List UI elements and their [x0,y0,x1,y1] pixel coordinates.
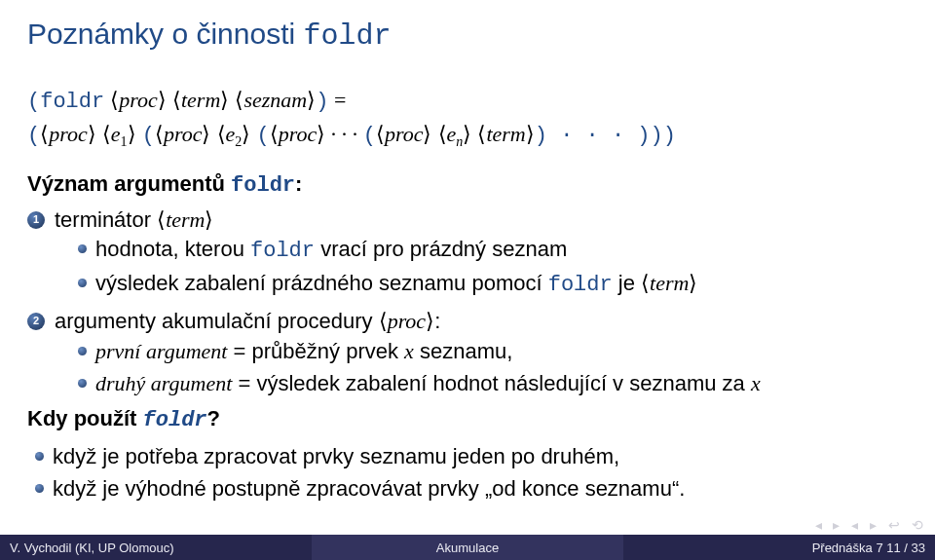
b1-pre: hodnota, kterou [95,237,250,261]
bullet-icon [78,279,87,287]
b1-x: x [404,339,414,363]
b1-code: foldr [250,239,315,263]
slide-title: Poznámky o činnosti foldr [27,18,908,53]
item2-pre: argumenty akumulační procedury [55,309,379,333]
rparens-tail: ) · · · ))) [535,124,676,148]
angle-r: ⟩ [158,88,167,112]
lparen: ( [27,124,40,148]
angle-r: ⟩ [423,122,431,146]
angle-r: ⟩ [128,122,136,146]
lparen: ( [363,124,376,148]
sub-list-1: hodnota, kterou foldr vrací pro prázdný … [55,235,908,301]
number-ball-1: 1 [27,211,45,229]
lparen: ( [27,90,40,114]
angle-l: ⟨ [40,122,49,146]
when-b2: když je výhodné postupně zpracovávat prv… [53,476,685,501]
equals: = [328,88,346,112]
angle-r: ⟩ [426,309,434,333]
bullet-item: první argument = průběžný prvek x seznam… [78,337,908,367]
angle-l: ⟨ [110,88,119,112]
proc-var: proc [385,122,424,146]
b2-term: term [650,271,689,295]
bullet-icon [78,347,87,355]
b2-mid: je [613,271,641,295]
b2-post: = výsledek zabalení hodnot následující v… [232,371,751,395]
sub-list-2: první argument = průběžný prvek x seznam… [55,337,908,399]
proc-var: proc [119,88,158,112]
when-list: když je potřeba zpracovat prvky seznamu … [27,442,908,504]
angle-l: ⟨ [155,122,164,146]
angle-r: ⟩ [689,271,697,295]
angle-l: ⟨ [102,122,111,146]
seznam-var: seznam [243,88,307,112]
section-meaning-head: Význam argumentů foldr: [27,169,908,202]
lparen: ( [256,124,269,148]
b2-code: foldr [548,273,613,297]
term-var: term [181,88,220,112]
colon: : [434,309,440,333]
b1-post: vrací pro prázdný seznam [315,237,567,261]
bullet-icon [35,452,44,461]
angle-l: ⟨ [270,122,279,146]
proc-var: proc [279,122,318,146]
angle-r: ⟩ [463,122,471,146]
angle-r: ⟩ [88,122,96,146]
slide: Poznámky o činnosti foldr (foldr ⟨proc⟩ … [0,0,935,504]
b2-pre: výsledek zabalení prázdného seznamu pomo… [95,271,548,295]
bullet-item: když je potřeba zpracovat prvky seznamu … [35,442,908,472]
bullet-icon [35,484,44,493]
when-b1: když je potřeba zpracovat prvky seznamu … [53,444,619,468]
term-var: term [486,122,525,146]
number-ball-2: 2 [27,313,45,330]
footer-page: Přednáška 7 11 / 33 [623,535,935,560]
sec1-code: foldr [231,173,295,198]
footer-author: V. Vychodil (KI, UP Olomouc) [0,535,312,560]
angle-r: ⟩ [205,207,213,232]
bullet-item: druhý argument = výsledek zabalení hodno… [78,369,908,399]
angle-l: ⟨ [438,122,447,146]
b1-post: = průběžný prvek [227,339,404,363]
e2: e [226,122,236,146]
bullet-item: výsledek zabalení prázdného seznamu pomo… [78,269,908,301]
bullet-icon [78,244,87,253]
angle-l: ⟨ [172,88,181,112]
proc-var: proc [164,122,203,146]
angle-r: ⟩ [202,122,210,146]
equation-line-1: (foldr ⟨proc⟩ ⟨term⟩ ⟨seznam⟩) = [27,86,908,118]
content: (foldr ⟨proc⟩ ⟨term⟩ ⟨seznam⟩) = (⟨proc⟩… [27,86,908,504]
angle-r: ⟩ [317,122,325,146]
bullet-item: hodnota, kterou foldr vrací pro prázdný … [78,235,908,267]
title-text: Poznámky o činnosti [27,18,303,50]
sec2-q: ? [207,406,220,430]
b2-x: x [751,371,761,395]
nav-symbols[interactable]: ◂ ▸ ◂ ▸ ↩ ⟲ [815,517,927,533]
dots: · · · [325,122,363,146]
angle-r: ⟩ [242,122,250,146]
b1-it: první argument [95,339,227,363]
bullet-icon [78,379,87,388]
angle-l: ⟨ [376,122,385,146]
item1-pre: terminátor [55,207,157,232]
item2-proc: proc [388,309,427,333]
angle-r: ⟩ [220,88,229,112]
angle-r: ⟩ [307,88,316,112]
footer-title: Akumulace [312,535,623,560]
sub1: 1 [121,134,128,149]
num-item-2: 2 argumenty akumulační procedury ⟨proc⟩:… [27,307,908,398]
b1-end: seznamu, [414,339,513,363]
title-code: foldr [303,19,391,53]
sec2-text: Kdy použít [27,406,143,430]
num-item-1: 1 terminátor ⟨term⟩ hodnota, kterou fold… [27,205,908,301]
proc-var: proc [49,122,88,146]
angle-l: ⟨ [641,271,650,295]
sec2-code: foldr [143,408,207,432]
angle-l: ⟨ [217,122,226,146]
e1: e [111,122,121,146]
lparen: ( [142,124,155,148]
b2-it: druhý argument [95,371,232,395]
angle-r: ⟩ [526,122,535,146]
item1-term: term [166,207,205,232]
sec1-text: Význam argumentů [27,171,231,196]
angle-l: ⟨ [157,207,166,232]
bullet-item: když je výhodné postupně zpracovávat prv… [35,474,908,504]
